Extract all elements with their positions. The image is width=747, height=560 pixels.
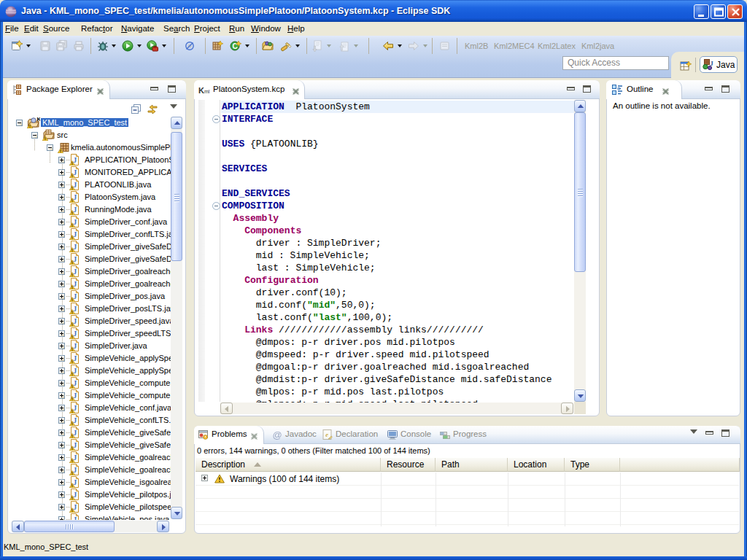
svg-text:ml: ml: [204, 89, 210, 94]
svg-text:J: J: [73, 503, 77, 511]
svg-text:J: J: [73, 392, 77, 400]
svg-text:J: J: [73, 280, 77, 288]
svg-text:J: J: [73, 354, 77, 362]
svg-text:J: J: [73, 367, 77, 375]
svg-text:J: J: [73, 168, 77, 176]
svg-text:K: K: [198, 86, 204, 95]
svg-text:J: J: [73, 268, 77, 276]
svg-text:J: J: [73, 305, 77, 313]
svg-text:J: J: [73, 441, 77, 449]
svg-text:J: J: [73, 379, 77, 387]
svg-text:J: J: [73, 317, 77, 325]
svg-text:J: J: [73, 230, 77, 238]
svg-text:J: J: [73, 243, 77, 251]
svg-text:J: J: [73, 181, 77, 189]
svg-text:J: J: [73, 466, 77, 474]
svg-text:J: J: [73, 404, 77, 412]
svg-text:K: K: [37, 117, 41, 122]
svg-text:@: @: [272, 429, 282, 440]
svg-text:J: J: [73, 330, 77, 338]
svg-text:J: J: [73, 156, 77, 164]
svg-text:J: J: [73, 255, 77, 263]
svg-text:J: J: [73, 478, 77, 486]
svg-text:J: J: [73, 454, 77, 462]
svg-text:J: J: [73, 491, 77, 499]
svg-text:J: J: [73, 193, 77, 201]
svg-text:J: J: [73, 218, 77, 226]
svg-text:J: J: [73, 516, 77, 521]
svg-text:J: J: [73, 416, 77, 424]
svg-text:J: J: [710, 60, 713, 67]
svg-text:J: J: [73, 342, 77, 350]
svg-text:e: e: [325, 431, 328, 438]
svg-text:J: J: [73, 292, 77, 300]
svg-text:J: J: [73, 206, 77, 214]
svg-text:J: J: [73, 429, 77, 437]
